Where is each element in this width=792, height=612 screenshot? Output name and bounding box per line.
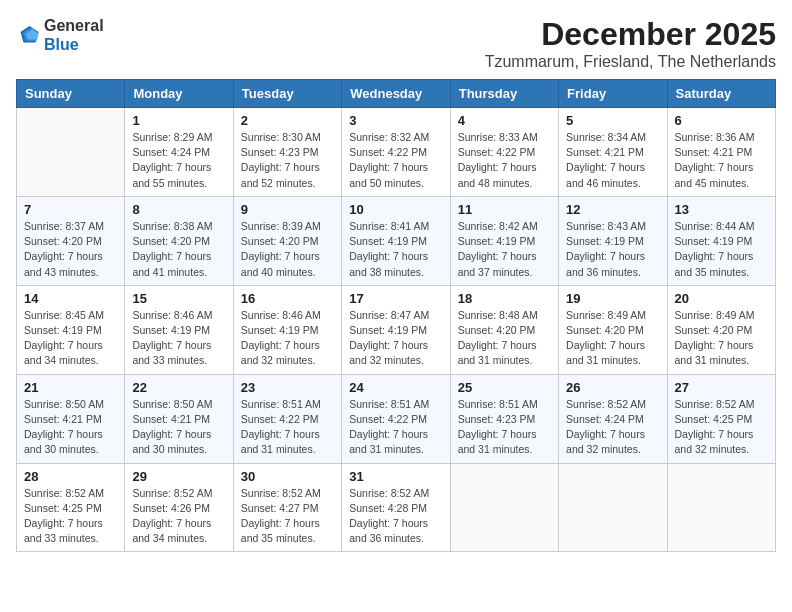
calendar-week-row: 7Sunrise: 8:37 AMSunset: 4:20 PMDaylight… (17, 196, 776, 285)
day-info: Sunrise: 8:52 AMSunset: 4:25 PMDaylight:… (24, 486, 117, 547)
calendar-cell: 11Sunrise: 8:42 AMSunset: 4:19 PMDayligh… (450, 196, 558, 285)
day-info: Sunrise: 8:51 AMSunset: 4:22 PMDaylight:… (241, 397, 334, 458)
day-number: 20 (675, 291, 768, 306)
col-friday: Friday (559, 80, 667, 108)
calendar-cell: 13Sunrise: 8:44 AMSunset: 4:19 PMDayligh… (667, 196, 775, 285)
day-number: 10 (349, 202, 442, 217)
calendar-cell: 16Sunrise: 8:46 AMSunset: 4:19 PMDayligh… (233, 285, 341, 374)
day-info: Sunrise: 8:52 AMSunset: 4:24 PMDaylight:… (566, 397, 659, 458)
header-row: Sunday Monday Tuesday Wednesday Thursday… (17, 80, 776, 108)
day-info: Sunrise: 8:42 AMSunset: 4:19 PMDaylight:… (458, 219, 551, 280)
day-info: Sunrise: 8:48 AMSunset: 4:20 PMDaylight:… (458, 308, 551, 369)
day-number: 3 (349, 113, 442, 128)
day-number: 31 (349, 469, 442, 484)
day-info: Sunrise: 8:44 AMSunset: 4:19 PMDaylight:… (675, 219, 768, 280)
calendar-cell: 19Sunrise: 8:49 AMSunset: 4:20 PMDayligh… (559, 285, 667, 374)
calendar-cell: 27Sunrise: 8:52 AMSunset: 4:25 PMDayligh… (667, 374, 775, 463)
calendar-cell: 22Sunrise: 8:50 AMSunset: 4:21 PMDayligh… (125, 374, 233, 463)
day-number: 12 (566, 202, 659, 217)
title-area: December 2025 Tzummarum, Friesland, The … (485, 16, 776, 71)
day-info: Sunrise: 8:36 AMSunset: 4:21 PMDaylight:… (675, 130, 768, 191)
day-info: Sunrise: 8:30 AMSunset: 4:23 PMDaylight:… (241, 130, 334, 191)
day-info: Sunrise: 8:47 AMSunset: 4:19 PMDaylight:… (349, 308, 442, 369)
calendar-cell: 4Sunrise: 8:33 AMSunset: 4:22 PMDaylight… (450, 108, 558, 197)
calendar-cell: 5Sunrise: 8:34 AMSunset: 4:21 PMDaylight… (559, 108, 667, 197)
day-number: 18 (458, 291, 551, 306)
logo-icon (16, 23, 40, 47)
calendar-table: Sunday Monday Tuesday Wednesday Thursday… (16, 79, 776, 552)
day-info: Sunrise: 8:46 AMSunset: 4:19 PMDaylight:… (241, 308, 334, 369)
calendar-cell: 20Sunrise: 8:49 AMSunset: 4:20 PMDayligh… (667, 285, 775, 374)
location-title: Tzummarum, Friesland, The Netherlands (485, 53, 776, 71)
day-number: 26 (566, 380, 659, 395)
calendar-cell: 29Sunrise: 8:52 AMSunset: 4:26 PMDayligh… (125, 463, 233, 552)
day-info: Sunrise: 8:34 AMSunset: 4:21 PMDaylight:… (566, 130, 659, 191)
calendar-cell: 28Sunrise: 8:52 AMSunset: 4:25 PMDayligh… (17, 463, 125, 552)
day-info: Sunrise: 8:32 AMSunset: 4:22 PMDaylight:… (349, 130, 442, 191)
calendar-cell: 2Sunrise: 8:30 AMSunset: 4:23 PMDaylight… (233, 108, 341, 197)
day-number: 16 (241, 291, 334, 306)
header: General Blue December 2025 Tzummarum, Fr… (16, 16, 776, 71)
calendar-cell: 25Sunrise: 8:51 AMSunset: 4:23 PMDayligh… (450, 374, 558, 463)
day-info: Sunrise: 8:29 AMSunset: 4:24 PMDaylight:… (132, 130, 225, 191)
calendar-cell (450, 463, 558, 552)
day-number: 15 (132, 291, 225, 306)
calendar-cell: 6Sunrise: 8:36 AMSunset: 4:21 PMDaylight… (667, 108, 775, 197)
day-info: Sunrise: 8:45 AMSunset: 4:19 PMDaylight:… (24, 308, 117, 369)
calendar-cell: 14Sunrise: 8:45 AMSunset: 4:19 PMDayligh… (17, 285, 125, 374)
calendar-cell: 26Sunrise: 8:52 AMSunset: 4:24 PMDayligh… (559, 374, 667, 463)
day-number: 5 (566, 113, 659, 128)
day-number: 6 (675, 113, 768, 128)
day-number: 28 (24, 469, 117, 484)
calendar-week-row: 14Sunrise: 8:45 AMSunset: 4:19 PMDayligh… (17, 285, 776, 374)
calendar-cell: 24Sunrise: 8:51 AMSunset: 4:22 PMDayligh… (342, 374, 450, 463)
logo-blue: Blue (44, 35, 104, 54)
col-saturday: Saturday (667, 80, 775, 108)
calendar-cell: 30Sunrise: 8:52 AMSunset: 4:27 PMDayligh… (233, 463, 341, 552)
calendar-cell: 31Sunrise: 8:52 AMSunset: 4:28 PMDayligh… (342, 463, 450, 552)
calendar-week-row: 21Sunrise: 8:50 AMSunset: 4:21 PMDayligh… (17, 374, 776, 463)
day-info: Sunrise: 8:39 AMSunset: 4:20 PMDaylight:… (241, 219, 334, 280)
month-title: December 2025 (485, 16, 776, 53)
day-info: Sunrise: 8:49 AMSunset: 4:20 PMDaylight:… (675, 308, 768, 369)
calendar-cell: 1Sunrise: 8:29 AMSunset: 4:24 PMDaylight… (125, 108, 233, 197)
calendar-header: Sunday Monday Tuesday Wednesday Thursday… (17, 80, 776, 108)
day-info: Sunrise: 8:38 AMSunset: 4:20 PMDaylight:… (132, 219, 225, 280)
calendar-cell: 12Sunrise: 8:43 AMSunset: 4:19 PMDayligh… (559, 196, 667, 285)
day-number: 21 (24, 380, 117, 395)
day-number: 4 (458, 113, 551, 128)
col-tuesday: Tuesday (233, 80, 341, 108)
day-info: Sunrise: 8:52 AMSunset: 4:26 PMDaylight:… (132, 486, 225, 547)
day-info: Sunrise: 8:50 AMSunset: 4:21 PMDaylight:… (24, 397, 117, 458)
calendar-cell: 21Sunrise: 8:50 AMSunset: 4:21 PMDayligh… (17, 374, 125, 463)
calendar-cell: 15Sunrise: 8:46 AMSunset: 4:19 PMDayligh… (125, 285, 233, 374)
day-info: Sunrise: 8:37 AMSunset: 4:20 PMDaylight:… (24, 219, 117, 280)
day-number: 25 (458, 380, 551, 395)
day-number: 22 (132, 380, 225, 395)
day-info: Sunrise: 8:49 AMSunset: 4:20 PMDaylight:… (566, 308, 659, 369)
col-wednesday: Wednesday (342, 80, 450, 108)
day-number: 30 (241, 469, 334, 484)
day-info: Sunrise: 8:33 AMSunset: 4:22 PMDaylight:… (458, 130, 551, 191)
day-number: 17 (349, 291, 442, 306)
day-info: Sunrise: 8:41 AMSunset: 4:19 PMDaylight:… (349, 219, 442, 280)
calendar-cell: 23Sunrise: 8:51 AMSunset: 4:22 PMDayligh… (233, 374, 341, 463)
day-number: 29 (132, 469, 225, 484)
calendar-cell (17, 108, 125, 197)
calendar-cell (667, 463, 775, 552)
day-info: Sunrise: 8:51 AMSunset: 4:23 PMDaylight:… (458, 397, 551, 458)
calendar-cell: 17Sunrise: 8:47 AMSunset: 4:19 PMDayligh… (342, 285, 450, 374)
calendar-week-row: 1Sunrise: 8:29 AMSunset: 4:24 PMDaylight… (17, 108, 776, 197)
calendar-body: 1Sunrise: 8:29 AMSunset: 4:24 PMDaylight… (17, 108, 776, 552)
day-number: 7 (24, 202, 117, 217)
calendar-cell: 8Sunrise: 8:38 AMSunset: 4:20 PMDaylight… (125, 196, 233, 285)
calendar-cell: 18Sunrise: 8:48 AMSunset: 4:20 PMDayligh… (450, 285, 558, 374)
day-info: Sunrise: 8:46 AMSunset: 4:19 PMDaylight:… (132, 308, 225, 369)
day-number: 23 (241, 380, 334, 395)
day-info: Sunrise: 8:50 AMSunset: 4:21 PMDaylight:… (132, 397, 225, 458)
col-thursday: Thursday (450, 80, 558, 108)
col-monday: Monday (125, 80, 233, 108)
day-info: Sunrise: 8:52 AMSunset: 4:27 PMDaylight:… (241, 486, 334, 547)
day-number: 14 (24, 291, 117, 306)
day-number: 11 (458, 202, 551, 217)
